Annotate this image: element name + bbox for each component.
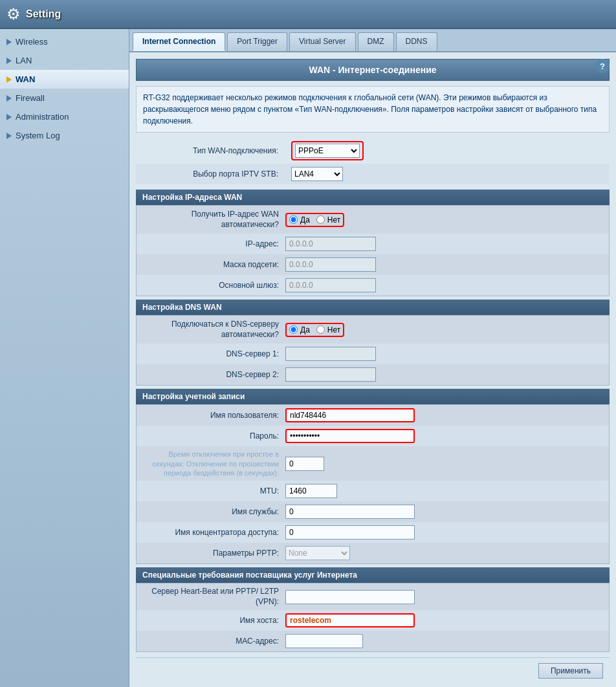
page-description: RT-G32 поддерживает несколько режимов по… bbox=[136, 86, 610, 133]
sidebar-item-administration[interactable]: Administration bbox=[0, 107, 129, 126]
mtu-input[interactable] bbox=[285, 484, 337, 498]
arrow-icon bbox=[6, 58, 12, 64]
auto-ip-yes-text: Да bbox=[300, 215, 310, 224]
pptp-select[interactable]: None MPPE-40 MPPE-128 bbox=[285, 546, 350, 560]
header-icon: ⚙ bbox=[6, 5, 21, 23]
auto-dns-yes-text: Да bbox=[300, 325, 310, 334]
password-row: Пароль: bbox=[137, 426, 609, 446]
arrow-icon-active bbox=[6, 76, 12, 83]
hostname-input[interactable] bbox=[285, 613, 415, 627]
sidebar-item-wireless[interactable]: Wireless bbox=[0, 32, 129, 51]
auto-dns-no-label[interactable]: Нет bbox=[316, 325, 340, 334]
tab-port-trigger[interactable]: Port Trigger bbox=[227, 32, 287, 51]
dns1-input[interactable] bbox=[285, 347, 376, 361]
sidebar-label-lan: LAN bbox=[16, 56, 32, 65]
access-input[interactable] bbox=[285, 525, 415, 540]
auto-dns-yes-radio[interactable] bbox=[289, 325, 298, 334]
content-area: ? WAN - Интернет-соединение RT-G32 подде… bbox=[129, 52, 616, 687]
gateway-label: Основной шлюз: bbox=[143, 281, 285, 290]
auto-ip-yes-label[interactable]: Да bbox=[289, 215, 310, 224]
service-label: Имя службы: bbox=[143, 507, 285, 516]
mask-row: Маска подсети: bbox=[137, 254, 609, 275]
auto-dns-highlight: Да Нет bbox=[285, 323, 344, 337]
sidebar-label-system-log: System Log bbox=[16, 131, 60, 140]
access-label: Имя концентратора доступа: bbox=[143, 528, 285, 537]
pptp-row: Параметры PPTP: None MPPE-40 MPPE-128 bbox=[137, 543, 609, 563]
sidebar-label-firewall: Firewall bbox=[16, 93, 45, 103]
apply-button[interactable]: Применить bbox=[538, 663, 603, 679]
pptp-label: Параметры PPTP: bbox=[143, 549, 285, 558]
ip-section-header: Настройка IP-адреса WAN bbox=[136, 190, 610, 205]
mask-input[interactable] bbox=[285, 257, 376, 272]
heartbeat-input[interactable] bbox=[285, 590, 415, 604]
tab-dmz[interactable]: DMZ bbox=[358, 32, 394, 51]
sidebar-label-wan: WAN bbox=[16, 74, 35, 84]
auto-dns-row: Подключаться к DNS-серверу автоматически… bbox=[137, 316, 609, 344]
dns1-row: DNS-сервер 1: bbox=[137, 344, 609, 364]
button-area: Применить bbox=[136, 657, 610, 684]
dns2-label: DNS-сервер 2: bbox=[143, 370, 285, 379]
idle-input[interactable] bbox=[285, 457, 324, 471]
mac-input[interactable] bbox=[285, 634, 363, 648]
wan-type-highlight: PPPoE DHCP Static IP PPTP L2TP bbox=[291, 141, 364, 160]
sidebar-item-lan[interactable]: LAN bbox=[0, 51, 129, 70]
heartbeat-row: Сервер Heart-Beat или PPTP/ L2TP (VPN): bbox=[137, 583, 609, 610]
auto-ip-row: Получить IP-адрес WAN автоматически? Да … bbox=[137, 206, 609, 234]
hostname-label: Имя хоста: bbox=[143, 616, 285, 625]
ip-section-body: Получить IP-адрес WAN автоматически? Да … bbox=[136, 205, 610, 296]
gateway-input[interactable] bbox=[285, 278, 376, 292]
access-row: Имя концентратора доступа: bbox=[137, 522, 609, 543]
auto-ip-yes-radio[interactable] bbox=[289, 215, 298, 224]
auto-dns-no-radio[interactable] bbox=[316, 325, 325, 334]
password-input[interactable] bbox=[285, 429, 415, 443]
service-input[interactable] bbox=[285, 505, 415, 519]
mask-label: Маска подсети: bbox=[143, 260, 285, 269]
tab-internet-connection[interactable]: Internet Connection bbox=[133, 32, 225, 51]
iptv-row: Выбор порта IPTV STB: LAN4 LAN3 LAN2 LAN… bbox=[136, 164, 610, 184]
arrow-icon bbox=[6, 95, 12, 102]
mtu-label: MTU: bbox=[143, 486, 285, 496]
auto-ip-no-label[interactable]: Нет bbox=[316, 215, 340, 224]
hostname-row: Имя хоста: bbox=[137, 610, 609, 631]
auto-ip-no-radio[interactable] bbox=[316, 215, 325, 224]
sidebar-item-firewall[interactable]: Firewall bbox=[0, 89, 129, 107]
help-button[interactable]: ? bbox=[595, 59, 610, 73]
sidebar: Wireless LAN WAN Firewall Administration… bbox=[0, 29, 129, 687]
mac-label: МАС-адрес: bbox=[143, 637, 285, 646]
auto-dns-no-text: Нет bbox=[327, 325, 340, 334]
wan-type-row: Тип WAN-подключения: PPPoE DHCP Static I… bbox=[136, 138, 610, 164]
wan-type-select[interactable]: PPPoE DHCP Static IP PPTP L2TP bbox=[295, 144, 360, 158]
username-input[interactable] bbox=[285, 408, 415, 422]
sidebar-label-wireless: Wireless bbox=[16, 37, 48, 47]
service-row: Имя службы: bbox=[137, 501, 609, 522]
dns-section-body: Подключаться к DNS-серверу автоматически… bbox=[136, 315, 610, 386]
gateway-row: Основной шлюз: bbox=[137, 275, 609, 296]
auto-ip-highlight: Да Нет bbox=[285, 213, 344, 227]
dns2-row: DNS-сервер 2: bbox=[137, 364, 609, 385]
auto-dns-label: Подключаться к DNS-серверу автоматически… bbox=[143, 320, 285, 340]
mac-row: МАС-адрес: bbox=[137, 631, 609, 651]
account-section-body: Имя пользователя: Пароль: Время отключен… bbox=[136, 404, 610, 564]
account-section-header: Настройка учетной записи bbox=[136, 389, 610, 404]
username-row: Имя пользователя: bbox=[137, 405, 609, 426]
arrow-icon bbox=[6, 39, 12, 45]
dns1-label: DNS-сервер 1: bbox=[143, 349, 285, 358]
auto-ip-no-text: Нет bbox=[327, 215, 340, 224]
sidebar-label-administration: Administration bbox=[16, 112, 69, 122]
tab-ddns[interactable]: DDNS bbox=[396, 32, 437, 51]
ip-addr-input[interactable] bbox=[285, 237, 376, 251]
tab-bar: Internet Connection Port Trigger Virtual… bbox=[129, 29, 616, 52]
isp-section-body: Сервер Heart-Beat или PPTP/ L2TP (VPN): … bbox=[136, 583, 610, 652]
password-label: Пароль: bbox=[143, 431, 285, 441]
header: ⚙ Setting bbox=[0, 0, 616, 29]
dns2-input[interactable] bbox=[285, 367, 376, 382]
dns-section-header: Настройка DNS WAN bbox=[136, 300, 610, 315]
isp-section-header: Специальные требования поставщика услуг … bbox=[136, 567, 610, 583]
sidebar-item-wan[interactable]: WAN bbox=[0, 70, 129, 89]
heartbeat-label: Сервер Heart-Beat или PPTP/ L2TP (VPN): bbox=[143, 587, 285, 607]
sidebar-item-system-log[interactable]: System Log bbox=[0, 126, 129, 145]
ip-addr-row: IP-адрес: bbox=[137, 234, 609, 254]
auto-dns-yes-label[interactable]: Да bbox=[289, 325, 310, 334]
tab-virtual-server[interactable]: Virtual Server bbox=[289, 32, 355, 51]
iptv-select[interactable]: LAN4 LAN3 LAN2 LAN1 None bbox=[291, 167, 343, 181]
